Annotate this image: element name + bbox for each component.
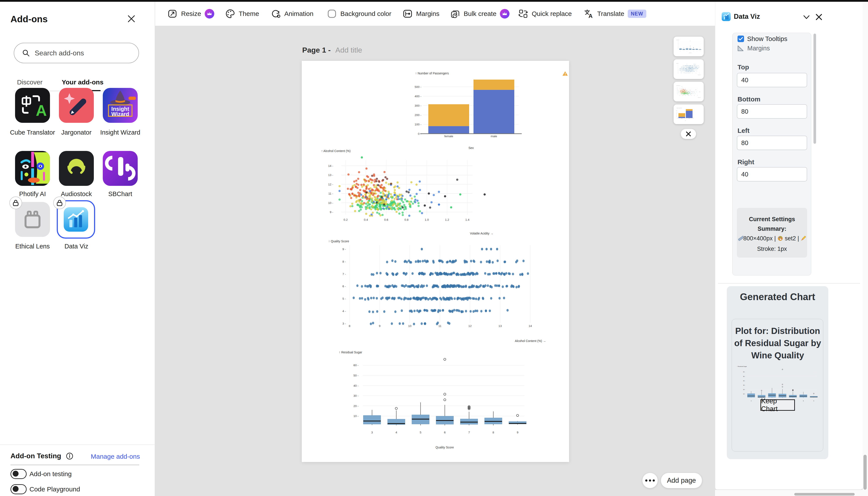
addons-panel-title: Add-ons bbox=[11, 14, 48, 25]
svg-text:10 -: 10 - bbox=[678, 48, 679, 49]
svg-text:8: 8 bbox=[803, 400, 804, 402]
close-thumbnails-button[interactable] bbox=[681, 129, 696, 139]
addon-testing-toggle-label: Add-on testing bbox=[29, 470, 72, 478]
generated-plot-title: Plot for: Distribution of Residual Sugar… bbox=[734, 325, 821, 361]
svg-text:6: 6 bbox=[690, 51, 690, 51]
svg-text:12 -: 12 - bbox=[328, 183, 333, 186]
svg-text:Quality Score: Quality Score bbox=[436, 446, 454, 449]
margin-bottom-input[interactable] bbox=[737, 104, 807, 119]
addon-tile-photify-ai[interactable] bbox=[15, 151, 50, 186]
panel-close-button[interactable] bbox=[814, 13, 823, 21]
svg-text:9 -: 9 - bbox=[678, 64, 678, 64]
svg-text:11: 11 bbox=[438, 324, 441, 328]
addon-testing-toggle[interactable] bbox=[11, 469, 27, 479]
addons-search-box[interactable] bbox=[14, 43, 139, 63]
addon-name: Data Viz bbox=[52, 242, 101, 251]
svg-text:400 -: 400 - bbox=[676, 112, 677, 112]
field-label-bottom: Bottom bbox=[737, 95, 760, 103]
svg-text:7: 7 bbox=[468, 431, 470, 434]
data-viz-panel: Data Viz Show Tooltips Margins Top Botto… bbox=[715, 2, 863, 490]
addon-tile-cube-translator[interactable]: A bbox=[15, 88, 50, 123]
svg-text:↑ Residual Sugar: ↑ Residual Sugar bbox=[737, 366, 747, 367]
svg-text:20 -: 20 - bbox=[678, 47, 679, 47]
summary-heading-line2: Summary: bbox=[758, 226, 787, 232]
margin-top-input[interactable] bbox=[737, 73, 807, 87]
page-thumbnail[interactable]: 9 -10 -11 -12 -13 -14 -0.20.40.60.81.01.… bbox=[674, 82, 704, 102]
tab-your-addons[interactable]: Your add-ons bbox=[62, 79, 103, 86]
addon-tile-sbchart[interactable] bbox=[103, 151, 138, 186]
addon-tile-insight-wizard[interactable]: Insight Wizard bbox=[103, 88, 138, 123]
bar-chart[interactable]: ↑ Number of Passengers0 -100 -200 -300 -… bbox=[412, 69, 569, 153]
design-canvas[interactable]: Page 1 - Add title ↑ Number of Passenger… bbox=[155, 26, 715, 496]
svg-text:Sex: Sex bbox=[685, 120, 686, 121]
field-label-top: Top bbox=[737, 63, 749, 71]
horizontal-scrollbar-thumb[interactable] bbox=[794, 493, 855, 496]
premium-crown-icon bbox=[500, 9, 509, 18]
palette-icon bbox=[777, 234, 783, 244]
toolbar-label: Margins bbox=[416, 10, 440, 17]
svg-text:8: 8 bbox=[492, 431, 494, 434]
margin-left-input[interactable] bbox=[737, 136, 807, 150]
svg-text:1.2: 1.2 bbox=[694, 95, 695, 96]
svg-text:8 -: 8 - bbox=[342, 260, 346, 263]
keep-chart-button[interactable]: Keep Chart bbox=[760, 399, 795, 411]
panel-scrollbar-thumb[interactable] bbox=[813, 34, 816, 144]
addons-close-button[interactable] bbox=[126, 14, 136, 24]
document-page[interactable]: ↑ Number of Passengers0 -100 -200 -300 -… bbox=[302, 61, 569, 462]
more-options-button[interactable] bbox=[642, 473, 658, 488]
page-thumbnail[interactable]: ↑ Number of Passengers0 -100 -200 -300 -… bbox=[674, 105, 704, 124]
show-tooltips-checkbox[interactable] bbox=[737, 35, 744, 42]
bulk-create-icon bbox=[450, 9, 460, 19]
svg-text:300 -: 300 - bbox=[415, 104, 421, 107]
addon-tile-audiostock[interactable] bbox=[59, 151, 94, 186]
background-color-button[interactable]: Background color bbox=[327, 9, 391, 19]
svg-text:8: 8 bbox=[349, 324, 350, 328]
strip-chart[interactable]: 8910111213143 -4 -5 -6 -7 -8 -9 -↑ Quali… bbox=[326, 238, 548, 343]
resize-button[interactable]: Resize bbox=[168, 9, 214, 19]
animation-icon bbox=[271, 9, 281, 19]
info-icon[interactable] bbox=[66, 452, 73, 460]
code-playground-toggle[interactable] bbox=[11, 484, 27, 494]
new-badge: NEW bbox=[628, 10, 646, 18]
svg-text:300 -: 300 - bbox=[676, 113, 677, 114]
lock-badge bbox=[10, 197, 22, 209]
box-chart[interactable]: 10 -20 -30 -40 -50 -60 -3456789↑ Residua… bbox=[337, 350, 529, 450]
quick-replace-button[interactable]: Quick replace bbox=[518, 9, 572, 19]
summary-stroke: Stroke: 1px bbox=[757, 246, 787, 252]
margins-button[interactable]: Margins bbox=[402, 9, 440, 19]
svg-text:male: male bbox=[689, 118, 690, 119]
svg-text:10 -: 10 - bbox=[328, 201, 333, 205]
ruler-icon bbox=[738, 234, 743, 244]
collapse-panel-button[interactable] bbox=[803, 14, 810, 20]
animation-button[interactable]: Animation bbox=[271, 9, 313, 19]
page-thumbnail[interactable]: 8910111213143 -4 -5 -6 -7 -8 -9 -↑ Quali… bbox=[674, 59, 704, 79]
manage-addons-link[interactable]: Manage add-ons bbox=[91, 453, 140, 460]
resize-icon bbox=[168, 9, 178, 19]
page-label[interactable]: Page 1 - Add title bbox=[302, 46, 362, 54]
page-thumbnail[interactable]: 10 -20 -30 -40 -50 -60 -3456789↑ Residua… bbox=[674, 37, 704, 56]
page-title-placeholder[interactable]: Add title bbox=[335, 46, 362, 54]
svg-text:female: female bbox=[681, 118, 683, 119]
vertical-scrollbar-thumb[interactable] bbox=[864, 455, 867, 490]
data-viz-icon bbox=[721, 12, 731, 21]
bar-chart-logo-icon bbox=[103, 151, 138, 186]
svg-text:6 -: 6 - bbox=[342, 285, 346, 288]
svg-text:0.4: 0.4 bbox=[364, 218, 368, 221]
addon-tile-jargonator[interactable] bbox=[59, 88, 94, 123]
svg-text:10 -: 10 - bbox=[353, 415, 359, 418]
divider bbox=[11, 465, 139, 465]
show-tooltips-label: Show Tooltips bbox=[747, 35, 788, 43]
svg-text:20 -: 20 - bbox=[743, 389, 745, 390]
scatter-chart[interactable]: 9 -10 -11 -12 -13 -14 -0.20.40.60.81.01.… bbox=[319, 148, 496, 237]
theme-button[interactable]: Theme bbox=[225, 9, 259, 19]
addon-name: Insight Wizard bbox=[96, 128, 144, 137]
tab-discover[interactable]: Discover bbox=[17, 79, 43, 86]
divider bbox=[718, 283, 860, 283]
margin-right-input[interactable] bbox=[737, 167, 807, 182]
svg-text:↑ Alcohol Content (%): ↑ Alcohol Content (%) bbox=[676, 85, 680, 86]
translate-button[interactable]: A Translate NEW bbox=[584, 9, 646, 19]
search-input[interactable] bbox=[35, 49, 126, 57]
bulk-create-button[interactable]: Bulk create bbox=[450, 9, 509, 19]
add-page-button[interactable]: Add page bbox=[661, 473, 702, 488]
translate-tile-icon: A bbox=[15, 88, 50, 123]
